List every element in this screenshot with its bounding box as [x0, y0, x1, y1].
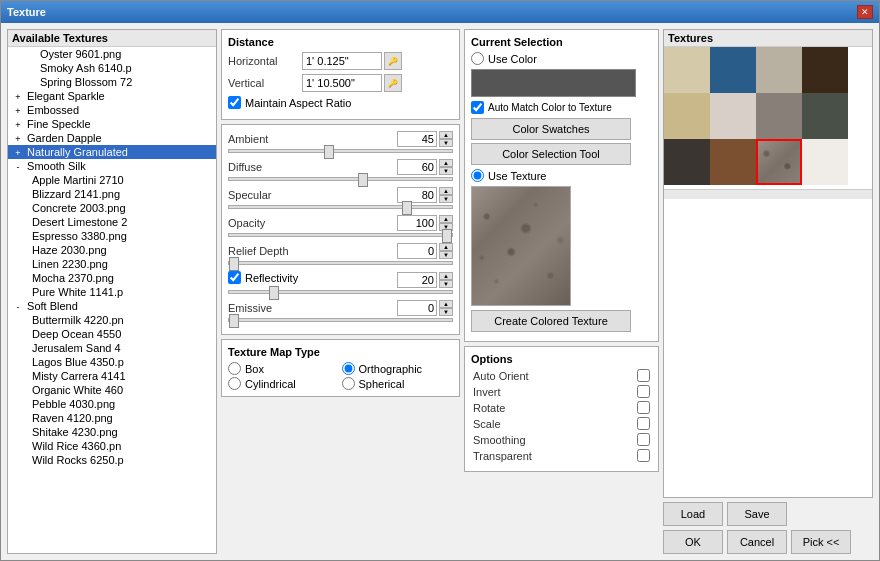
textures-scrollbar[interactable]: [664, 189, 872, 199]
cylindrical-radio[interactable]: [228, 377, 241, 390]
tree-item-espresso[interactable]: Espresso 3380.png: [8, 229, 216, 243]
close-button[interactable]: ✕: [857, 5, 873, 19]
reflectivity-track[interactable]: [228, 290, 453, 294]
texture-cell-7[interactable]: [756, 93, 802, 139]
emissive-thumb[interactable]: [229, 314, 239, 328]
vertical-unit-btn[interactable]: 🔑: [384, 74, 402, 92]
use-color-radio[interactable]: [471, 52, 484, 65]
rotate-checkbox[interactable]: [637, 401, 650, 414]
reflectivity-value[interactable]: [397, 272, 437, 288]
tree-item-oyster[interactable]: Oyster 9601.png: [8, 47, 216, 61]
specular-spin-up[interactable]: ▲: [439, 187, 453, 195]
vertical-input[interactable]: [302, 74, 382, 92]
texture-cell-4[interactable]: [802, 47, 848, 93]
reflectivity-spin-up[interactable]: ▲: [439, 272, 453, 280]
tree-item-softblend[interactable]: - Soft Blend: [8, 299, 216, 313]
horizontal-unit-btn[interactable]: 🔑: [384, 52, 402, 70]
tree-item-fine[interactable]: + Fine Speckle: [8, 117, 216, 131]
box-radio[interactable]: [228, 362, 241, 375]
scale-checkbox[interactable]: [637, 417, 650, 430]
color-swatches-button[interactable]: Color Swatches: [471, 118, 631, 140]
invert-checkbox[interactable]: [637, 385, 650, 398]
tree-item-embossed[interactable]: + Embossed: [8, 103, 216, 117]
texture-cell-9[interactable]: [664, 139, 710, 185]
tree-scroll[interactable]: Oyster 9601.png Smoky Ash 6140.p Spring …: [8, 47, 216, 554]
color-selection-button[interactable]: Color Selection Tool: [471, 143, 631, 165]
tree-item-desert[interactable]: Desert Limestone 2: [8, 215, 216, 229]
tree-item-pebble[interactable]: Pebble 4030.png: [8, 397, 216, 411]
save-button[interactable]: Save: [727, 502, 787, 526]
relief-track[interactable]: [228, 261, 453, 265]
maintain-aspect-checkbox[interactable]: [228, 96, 241, 109]
opacity-track[interactable]: [228, 233, 453, 237]
horizontal-input[interactable]: [302, 52, 382, 70]
tree-item-wildrocks[interactable]: Wild Rocks 6250.p: [8, 453, 216, 467]
tree-item-raven[interactable]: Raven 4120.png: [8, 411, 216, 425]
tree-item-spring[interactable]: Spring Blossom 72: [8, 75, 216, 89]
emissive-value[interactable]: [397, 300, 437, 316]
tree-item-buttermilk[interactable]: Buttermilk 4220.pn: [8, 313, 216, 327]
ambient-thumb[interactable]: [324, 145, 334, 159]
relief-spin-up[interactable]: ▲: [439, 243, 453, 251]
tree-item-smoky[interactable]: Smoky Ash 6140.p: [8, 61, 216, 75]
tree-item-elegant[interactable]: + Elegant Sparkle: [8, 89, 216, 103]
tree-item-garden[interactable]: + Garden Dapple: [8, 131, 216, 145]
texture-cell-5[interactable]: [664, 93, 710, 139]
opacity-spin-up[interactable]: ▲: [439, 215, 453, 223]
texture-cell-10[interactable]: [710, 139, 756, 185]
texture-cell-12[interactable]: [802, 139, 848, 185]
tree-item-blizzard[interactable]: Blizzard 2141.png: [8, 187, 216, 201]
orthographic-radio[interactable]: [342, 362, 355, 375]
tree-item-wildrice[interactable]: Wild Rice 4360.pn: [8, 439, 216, 453]
tree-item-naturally[interactable]: + Naturally Granulated: [8, 145, 216, 159]
tree-item-jerusalem[interactable]: Jerusalem Sand 4: [8, 341, 216, 355]
texture-cell-3[interactable]: [756, 47, 802, 93]
ambient-spin-down[interactable]: ▼: [439, 139, 453, 147]
emissive-spin-up[interactable]: ▲: [439, 300, 453, 308]
spherical-radio[interactable]: [342, 377, 355, 390]
specular-spin-down[interactable]: ▼: [439, 195, 453, 203]
relief-value[interactable]: [397, 243, 437, 259]
ok-button[interactable]: OK: [663, 530, 723, 554]
create-colored-texture-button[interactable]: Create Colored Texture: [471, 310, 631, 332]
use-texture-radio[interactable]: [471, 169, 484, 182]
ambient-spin-up[interactable]: ▲: [439, 131, 453, 139]
texture-cell-6[interactable]: [710, 93, 756, 139]
opacity-value[interactable]: [397, 215, 437, 231]
tree-item-apple[interactable]: Apple Martini 2710: [8, 173, 216, 187]
relief-spin-down[interactable]: ▼: [439, 251, 453, 259]
opacity-thumb[interactable]: [442, 229, 452, 243]
specular-thumb[interactable]: [402, 201, 412, 215]
reflectivity-checkbox[interactable]: [228, 271, 241, 284]
ambient-value[interactable]: [397, 131, 437, 147]
reflectivity-thumb[interactable]: [269, 286, 279, 300]
diffuse-track[interactable]: [228, 177, 453, 181]
tree-item-organic[interactable]: Organic White 460: [8, 383, 216, 397]
tree-item-deepocean[interactable]: Deep Ocean 4550: [8, 327, 216, 341]
reflectivity-spin-down[interactable]: ▼: [439, 280, 453, 288]
emissive-track[interactable]: [228, 318, 453, 322]
smoothing-checkbox[interactable]: [637, 433, 650, 446]
tree-item-shitake[interactable]: Shitake 4230.png: [8, 425, 216, 439]
transparent-checkbox[interactable]: [637, 449, 650, 462]
texture-cell-1[interactable]: [664, 47, 710, 93]
specular-track[interactable]: [228, 205, 453, 209]
texture-cell-8[interactable]: [802, 93, 848, 139]
auto-match-checkbox[interactable]: [471, 101, 484, 114]
tree-item-lagos[interactable]: Lagos Blue 4350.p: [8, 355, 216, 369]
diffuse-spin-up[interactable]: ▲: [439, 159, 453, 167]
tree-item-mocha[interactable]: Mocha 2370.png: [8, 271, 216, 285]
tree-item-haze[interactable]: Haze 2030.png: [8, 243, 216, 257]
ambient-track[interactable]: [228, 149, 453, 153]
tree-item-concrete[interactable]: Concrete 2003.png: [8, 201, 216, 215]
cancel-button[interactable]: Cancel: [727, 530, 787, 554]
relief-thumb[interactable]: [229, 257, 239, 271]
texture-cell-2[interactable]: [710, 47, 756, 93]
diffuse-spin-down[interactable]: ▼: [439, 167, 453, 175]
texture-cell-11[interactable]: [756, 139, 802, 185]
tree-item-purewhite[interactable]: Pure White 1141.p: [8, 285, 216, 299]
load-button[interactable]: Load: [663, 502, 723, 526]
pick-button[interactable]: Pick <<: [791, 530, 851, 554]
tree-item-linen[interactable]: Linen 2230.png: [8, 257, 216, 271]
diffuse-thumb[interactable]: [358, 173, 368, 187]
